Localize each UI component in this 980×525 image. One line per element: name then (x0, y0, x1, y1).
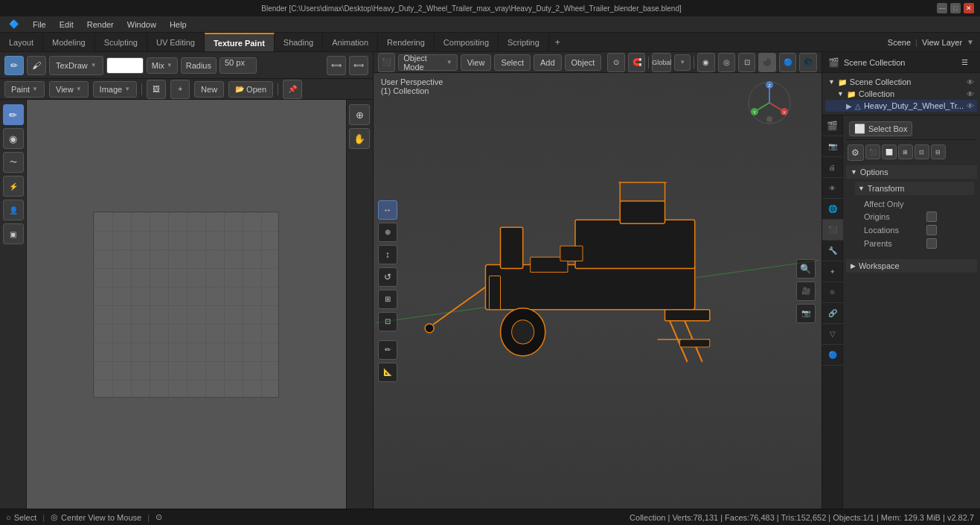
new-image-btn[interactable]: + (170, 80, 190, 99)
annotate-vp-tool[interactable]: ✏ (378, 340, 397, 360)
tab-render[interactable]: 📷 (822, 136, 843, 157)
object-menu-btn[interactable]: Object (565, 54, 602, 71)
new-btn[interactable]: New (194, 81, 224, 98)
object-row[interactable]: ▶ △ Heavy_Duty_2_Wheel_Tr... 👁 (825, 100, 977, 112)
view-menu-btn[interactable]: View (461, 54, 492, 71)
minimize-button[interactable]: — (937, 3, 947, 13)
xray-icon[interactable]: ◎ (718, 53, 735, 72)
transform-vp-tool[interactable]: ⊡ (378, 312, 397, 331)
tab-animation[interactable]: Animation (323, 33, 378, 51)
texture-canvas[interactable] (93, 211, 279, 398)
tab-texture-paint[interactable]: Texture Paint (205, 33, 275, 51)
tab-rendering[interactable]: Rendering (378, 33, 435, 51)
workspace-header[interactable]: ▶ Workspace (846, 259, 977, 273)
select-box-btn[interactable]: ⬜ Select Box (849, 121, 913, 136)
image-dropdown-btn[interactable]: Image ▼ (93, 81, 138, 98)
tab-material[interactable]: 🔵 (822, 345, 843, 366)
t-icon-1[interactable]: ⬛ (865, 144, 880, 159)
wire-shade-icon[interactable]: ⊡ (738, 53, 755, 72)
origins-checkbox[interactable] (926, 211, 937, 222)
menu-window[interactable]: Window (121, 19, 162, 31)
image-icon[interactable]: 🖼 (147, 80, 166, 99)
visibility-icon[interactable]: 👁 (967, 78, 974, 86)
select-menu-btn[interactable]: Select (494, 54, 531, 71)
transform-header[interactable]: ▼ Transform (855, 182, 974, 195)
pan-nav-btn[interactable]: ✋ (349, 128, 370, 149)
proportional-edit-icon[interactable]: ⊙ (607, 53, 624, 72)
transform-orientation-btn[interactable]: ▼ (674, 54, 691, 71)
radius-label-btn[interactable]: Radius (181, 57, 217, 74)
brush-icon[interactable]: 🖌 (27, 56, 46, 75)
draw-tool-btn[interactable]: ✏ (3, 104, 24, 125)
viewport-content[interactable]: User Perspective (1) Collection (374, 73, 822, 509)
rotate-vp-tool[interactable]: ↺ (378, 267, 397, 287)
t-icon-3[interactable]: ⊞ (898, 144, 913, 159)
zoom-nav-btn[interactable]: ⊕ (349, 104, 370, 125)
blend-mode-btn[interactable]: Mix ▼ (147, 57, 178, 74)
options-header[interactable]: ▼ Options (846, 165, 977, 179)
render-shade-icon[interactable]: 🌑 (799, 53, 816, 72)
filter-icon[interactable]: ☰ (955, 53, 974, 72)
tab-constraints[interactable]: 🔗 (822, 303, 843, 324)
menu-blender[interactable]: 🔷 (3, 18, 25, 31)
tab-modifier[interactable]: 🔧 (822, 241, 843, 261)
t-icon-2[interactable]: ⬜ (882, 144, 897, 159)
tab-data[interactable]: ▽ (822, 324, 843, 345)
pin-btn[interactable]: 📌 (283, 80, 302, 99)
color-swatch[interactable] (106, 57, 144, 74)
close-button[interactable]: ✕ (964, 3, 974, 13)
menu-file[interactable]: File (27, 19, 52, 31)
menu-render[interactable]: Render (81, 19, 120, 31)
symmetry-y[interactable]: ⟺ (349, 56, 368, 75)
move-vp-tool[interactable]: ↕ (378, 245, 397, 264)
brush-mode-icon[interactable]: ✏ (4, 56, 24, 75)
smear-tool-btn[interactable]: ⚡ (3, 176, 24, 197)
tab-physics[interactable]: ⚛ (822, 282, 843, 303)
view-dropdown-btn[interactable]: View ▼ (49, 81, 89, 98)
clone-tool-btn[interactable]: 👤 (3, 200, 24, 220)
maximize-button[interactable]: □ (950, 3, 961, 13)
blob-tool-btn[interactable]: ◉ (3, 128, 24, 149)
scale-vp-tool[interactable]: ⊞ (378, 290, 397, 309)
canvas-area[interactable] (27, 100, 346, 509)
tab-sculpting[interactable]: Sculpting (95, 33, 147, 51)
tab-output[interactable]: 🖨 (822, 157, 843, 178)
add-menu-btn[interactable]: Add (534, 54, 562, 71)
cursor-tool[interactable]: ⊕ (378, 223, 397, 242)
overlay-icon[interactable]: ◉ (697, 53, 714, 72)
tab-scene[interactable]: 🎬 (822, 115, 843, 136)
brush-name-btn[interactable]: TexDraw ▼ (49, 56, 103, 75)
collection-row[interactable]: ▼ 📁 Collection 👁 (825, 88, 977, 100)
select-active-tool[interactable]: ↔ (378, 200, 397, 220)
tab-uv-editing[interactable]: UV Editing (147, 33, 205, 51)
tab-object[interactable]: ⬛ (822, 220, 843, 241)
tab-world[interactable]: 🌐 (822, 199, 843, 220)
tab-particles[interactable]: ✦ (822, 261, 843, 282)
tab-scripting[interactable]: Scripting (499, 33, 549, 51)
global-transform-icon[interactable]: Global (652, 53, 671, 72)
measure-vp-tool[interactable]: 📐 (378, 363, 397, 382)
render-cam-btn[interactable]: 📷 (796, 304, 816, 323)
tab-modeling[interactable]: Modeling (43, 33, 95, 51)
menu-help[interactable]: Help (164, 19, 193, 31)
viewport-mode-icon[interactable]: ⬛ (378, 53, 395, 72)
open-btn[interactable]: 📂 Open (228, 81, 273, 98)
snap-icon[interactable]: 🧲 (628, 53, 645, 72)
tab-shading[interactable]: Shading (275, 33, 323, 51)
tool-icon-1[interactable]: ⚙ (848, 144, 864, 161)
tab-compositing[interactable]: Compositing (435, 33, 499, 51)
t-icon-5[interactable]: ⊟ (931, 144, 946, 159)
t-icon-4[interactable]: ⊡ (915, 144, 929, 159)
camera-btn[interactable]: 🎥 (796, 281, 816, 301)
material-shade-icon[interactable]: 🔵 (779, 53, 796, 72)
solid-shade-icon[interactable]: ⚫ (758, 53, 775, 72)
menu-edit[interactable]: Edit (54, 19, 80, 31)
zoom-vp-btn[interactable]: 🔍 (796, 259, 816, 279)
radius-value[interactable]: 50 px (220, 57, 257, 74)
fill-tool-btn[interactable]: ▣ (3, 223, 24, 244)
tab-view[interactable]: 👁 (822, 178, 843, 199)
nav-gizmo[interactable]: Z X Y (747, 80, 792, 125)
symmetry-x[interactable]: ⟺ (327, 56, 346, 75)
collection-vis-icon[interactable]: 👁 (967, 90, 974, 98)
parents-checkbox[interactable] (926, 238, 937, 249)
